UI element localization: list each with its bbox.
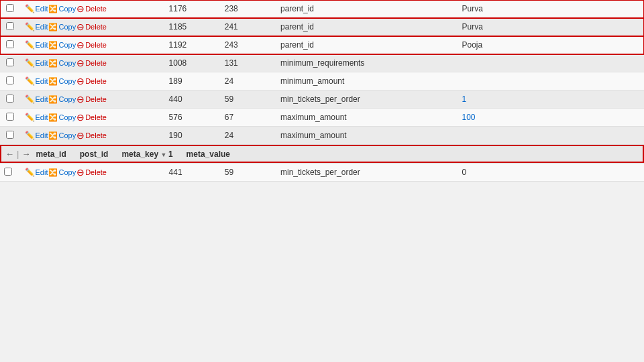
copy-icon: 🔀 — [48, 77, 58, 86]
meta-value-cell — [458, 72, 644, 90]
footer-copy-link[interactable]: Copy — [58, 168, 76, 176]
next-nav-button[interactable]: → — [21, 149, 30, 159]
meta-value-cell — [458, 127, 644, 145]
row-actions: ✏️ Edit 🔀 Copy ⊖ Delete — [21, 72, 165, 90]
edit-icon: ✏️ — [25, 40, 35, 50]
delete-icon: ⊖ — [76, 58, 85, 68]
delete-icon: ⊖ — [76, 21, 85, 32]
meta-value-cell: 100 — [458, 109, 644, 127]
edit-link[interactable]: Edit — [36, 41, 48, 49]
post-id-header: post_id — [77, 149, 117, 159]
table-row: ✏️ Edit 🔀 Copy ⊖ Delete 1176238parent_id… — [0, 0, 644, 18]
copy-icon: 🔀 — [48, 5, 58, 13]
row-actions: ✏️ Edit 🔀 Copy ⊖ Delete — [21, 36, 165, 54]
copy-link[interactable]: Copy — [58, 113, 76, 121]
footer-delete-icon: ⊖ — [76, 167, 85, 178]
row-checkbox[interactable] — [0, 54, 21, 72]
post-id-cell: 24 — [221, 127, 276, 145]
sort-icon: ▼ — [160, 152, 168, 158]
prev-nav-button[interactable]: ← — [5, 149, 14, 159]
database-table: ✏️ Edit 🔀 Copy ⊖ Delete 1176238parent_id… — [0, 0, 644, 182]
meta-key-cell: minimum_requirements — [276, 54, 458, 72]
row-checkbox[interactable] — [0, 127, 21, 145]
edit-link[interactable]: Edit — [36, 113, 48, 121]
row-checkbox[interactable] — [0, 36, 21, 54]
meta-value-cell: 1 — [458, 90, 644, 109]
row-checkbox[interactable] — [0, 72, 21, 90]
copy-icon: 🔀 — [48, 59, 58, 68]
edit-link[interactable]: Edit — [36, 23, 48, 31]
footer-edit-icon: ✏️ — [25, 168, 35, 177]
meta-value-header: meta_value — [184, 149, 238, 159]
row-actions: ✏️ Edit 🔀 Copy ⊖ Delete — [21, 127, 165, 145]
edit-icon: ✏️ — [25, 113, 35, 122]
meta-key-header[interactable]: meta_key ▼ 1 — [119, 149, 180, 159]
delete-link[interactable]: Delete — [85, 113, 107, 121]
post-id-cell: 131 — [221, 54, 276, 72]
row-checkbox[interactable] — [0, 18, 21, 36]
meta-id-cell: 1008 — [165, 54, 221, 72]
delete-link[interactable]: Delete — [85, 23, 107, 31]
edit-link[interactable]: Edit — [36, 59, 48, 67]
delete-icon: ⊖ — [76, 130, 85, 141]
table-row: ✏️ Edit 🔀 Copy ⊖ Delete 57667maximum_amo… — [0, 109, 644, 127]
edit-link[interactable]: Edit — [36, 131, 48, 139]
copy-link[interactable]: Copy — [58, 23, 76, 31]
copy-link[interactable]: Copy — [58, 77, 76, 85]
edit-link[interactable]: Edit — [36, 77, 48, 85]
delete-link[interactable]: Delete — [85, 77, 107, 85]
row-actions: ✏️ Edit 🔀 Copy ⊖ Delete — [21, 54, 165, 72]
meta-id-cell: 576 — [165, 109, 221, 127]
delete-link[interactable]: Delete — [85, 41, 107, 49]
table-row: ✏️ Edit 🔀 Copy ⊖ Delete 1192243parent_id… — [0, 36, 644, 54]
delete-link[interactable]: Delete — [85, 131, 107, 139]
row-actions: ✏️ Edit 🔀 Copy ⊖ Delete — [21, 90, 165, 109]
footer-delete-link[interactable]: Delete — [85, 168, 107, 176]
meta-key-cell: maximum_amount — [276, 109, 458, 127]
footer-checkbox[interactable] — [0, 164, 21, 182]
edit-icon: ✏️ — [25, 4, 35, 13]
edit-link[interactable]: Edit — [36, 95, 48, 103]
row-actions: ✏️ Edit 🔀 Copy ⊖ Delete — [21, 0, 165, 18]
meta-id-cell: 189 — [165, 72, 221, 90]
copy-link[interactable]: Copy — [58, 41, 76, 49]
footer-meta-value: 0 — [458, 164, 644, 182]
footer-edit-link[interactable]: Edit — [36, 168, 48, 176]
copy-link[interactable]: Copy — [58, 5, 76, 13]
meta-key-cell: parent_id — [276, 36, 458, 54]
row-actions: ✏️ Edit 🔀 Copy ⊖ Delete — [21, 109, 165, 127]
meta-value-cell: Pooja — [458, 36, 644, 54]
meta-key-cell: maximum_amount — [276, 127, 458, 145]
delete-link[interactable]: Delete — [85, 5, 107, 13]
delete-link[interactable]: Delete — [85, 95, 107, 103]
copy-link[interactable]: Copy — [58, 131, 76, 139]
post-id-cell: 238 — [221, 0, 276, 18]
table-nav-row: ← | → meta_id post_id meta_key ▼ 1 meta_… — [0, 145, 644, 163]
meta-value-cell: Purva — [458, 0, 644, 18]
row-checkbox[interactable] — [0, 90, 21, 109]
delete-icon: ⊖ — [76, 40, 85, 50]
delete-icon: ⊖ — [76, 94, 85, 105]
post-id-cell: 241 — [221, 18, 276, 36]
delete-link[interactable]: Delete — [85, 59, 107, 67]
table-row: ✏️ Edit 🔀 Copy ⊖ Delete 1185241parent_id… — [0, 18, 644, 36]
copy-link[interactable]: Copy — [58, 59, 76, 67]
row-checkbox[interactable] — [0, 109, 21, 127]
delete-icon: ⊖ — [76, 112, 85, 123]
footer-copy-icon: 🔀 — [48, 168, 58, 177]
row-actions: ✏️ Edit 🔀 Copy ⊖ Delete — [21, 18, 165, 36]
delete-icon: ⊖ — [76, 3, 85, 14]
meta-key-cell: parent_id — [276, 0, 458, 18]
post-id-cell: 24 — [221, 72, 276, 90]
copy-icon: 🔀 — [48, 113, 58, 122]
row-checkbox[interactable] — [0, 0, 21, 18]
meta-key-cell: minimum_amount — [276, 72, 458, 90]
copy-link[interactable]: Copy — [58, 95, 76, 103]
edit-icon: ✏️ — [25, 131, 35, 140]
footer-actions: ✏️ Edit 🔀 Copy ⊖ Delete — [21, 164, 165, 182]
footer-meta-key: min_tickets_per_order — [276, 164, 458, 182]
edit-icon: ✏️ — [25, 58, 35, 68]
sort-value: 1 — [168, 149, 173, 159]
edit-link[interactable]: Edit — [36, 5, 48, 13]
footer-meta-id: 441 — [165, 164, 221, 182]
